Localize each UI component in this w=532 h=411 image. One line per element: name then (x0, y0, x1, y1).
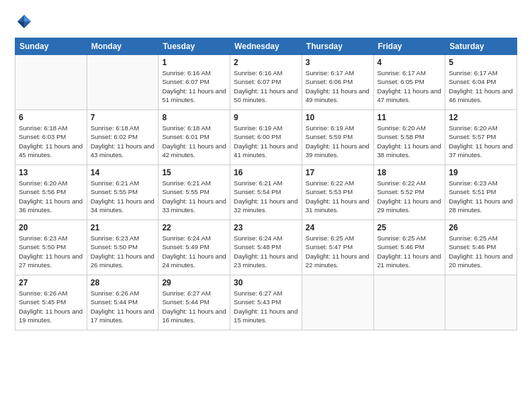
day-info: Sunrise: 6:20 AMSunset: 5:56 PMDaylight:… (19, 179, 83, 214)
day-number: 21 (91, 223, 155, 232)
weekday-wednesday: Wednesday (230, 38, 302, 55)
day-info: Sunrise: 6:19 AMSunset: 6:00 PMDaylight:… (234, 124, 298, 159)
day-info: Sunrise: 6:20 AMSunset: 5:57 PMDaylight:… (449, 124, 513, 159)
page: SundayMondayTuesdayWednesdayThursdayFrid… (0, 0, 532, 411)
day-info: Sunrise: 6:21 AMSunset: 5:55 PMDaylight:… (162, 179, 226, 214)
day-number: 7 (91, 113, 155, 122)
day-number: 5 (449, 58, 513, 67)
calendar-cell: 21Sunrise: 6:23 AMSunset: 5:50 PMDayligh… (87, 220, 159, 275)
calendar-cell: 20Sunrise: 6:23 AMSunset: 5:50 PMDayligh… (15, 220, 87, 275)
day-info: Sunrise: 6:27 AMSunset: 5:43 PMDaylight:… (234, 289, 298, 324)
calendar-cell: 15Sunrise: 6:21 AMSunset: 5:55 PMDayligh… (159, 165, 230, 220)
day-number: 18 (378, 168, 442, 177)
calendar-cell: 28Sunrise: 6:26 AMSunset: 5:44 PMDayligh… (87, 275, 159, 330)
day-number: 13 (19, 168, 83, 177)
calendar-cell: 1Sunrise: 6:16 AMSunset: 6:07 PMDaylight… (159, 55, 230, 110)
day-number: 14 (91, 168, 155, 177)
day-number: 27 (19, 278, 83, 287)
day-number: 11 (378, 113, 442, 122)
calendar-cell (15, 55, 87, 110)
day-number: 2 (234, 58, 298, 67)
day-number: 15 (162, 168, 226, 177)
day-number: 22 (162, 223, 226, 232)
day-info: Sunrise: 6:23 AMSunset: 5:51 PMDaylight:… (449, 179, 513, 214)
calendar-cell: 4Sunrise: 6:17 AMSunset: 6:05 PMDaylight… (373, 55, 445, 110)
day-number: 25 (378, 223, 442, 232)
calendar-cell: 19Sunrise: 6:23 AMSunset: 5:51 PMDayligh… (445, 165, 517, 220)
calendar-cell: 23Sunrise: 6:24 AMSunset: 5:48 PMDayligh… (230, 220, 302, 275)
calendar-cell: 7Sunrise: 6:18 AMSunset: 6:02 PMDaylight… (87, 110, 159, 165)
day-info: Sunrise: 6:18 AMSunset: 6:01 PMDaylight:… (162, 124, 226, 159)
calendar-cell: 5Sunrise: 6:17 AMSunset: 6:04 PMDaylight… (445, 55, 517, 110)
day-number: 24 (306, 223, 370, 232)
day-info: Sunrise: 6:21 AMSunset: 5:55 PMDaylight:… (91, 179, 155, 214)
calendar-cell: 14Sunrise: 6:21 AMSunset: 5:55 PMDayligh… (87, 165, 159, 220)
weekday-header-row: SundayMondayTuesdayWednesdayThursdayFrid… (15, 38, 517, 55)
day-number: 6 (19, 113, 83, 122)
day-info: Sunrise: 6:23 AMSunset: 5:50 PMDaylight:… (19, 234, 83, 269)
calendar-cell: 24Sunrise: 6:25 AMSunset: 5:47 PMDayligh… (302, 220, 373, 275)
day-number: 30 (234, 278, 298, 287)
logo (15, 12, 36, 31)
day-info: Sunrise: 6:21 AMSunset: 5:54 PMDaylight:… (234, 179, 298, 214)
day-number: 3 (306, 58, 370, 67)
day-number: 20 (19, 223, 83, 232)
weekday-friday: Friday (373, 38, 445, 55)
day-info: Sunrise: 6:24 AMSunset: 5:49 PMDaylight:… (162, 234, 226, 269)
day-info: Sunrise: 6:22 AMSunset: 5:52 PMDaylight:… (378, 179, 442, 214)
calendar-cell: 29Sunrise: 6:27 AMSunset: 5:44 PMDayligh… (159, 275, 230, 330)
calendar-cell: 13Sunrise: 6:20 AMSunset: 5:56 PMDayligh… (15, 165, 87, 220)
weekday-tuesday: Tuesday (159, 38, 230, 55)
calendar-cell (445, 275, 517, 330)
day-number: 17 (306, 168, 370, 177)
day-info: Sunrise: 6:27 AMSunset: 5:44 PMDaylight:… (162, 289, 226, 324)
calendar-cell: 27Sunrise: 6:26 AMSunset: 5:45 PMDayligh… (15, 275, 87, 330)
day-info: Sunrise: 6:22 AMSunset: 5:53 PMDaylight:… (306, 179, 370, 214)
calendar-cell (87, 55, 159, 110)
weekday-thursday: Thursday (302, 38, 373, 55)
calendar-cell: 17Sunrise: 6:22 AMSunset: 5:53 PMDayligh… (302, 165, 373, 220)
calendar-cell: 3Sunrise: 6:17 AMSunset: 6:06 PMDaylight… (302, 55, 373, 110)
logo-icon (15, 12, 34, 31)
day-number: 9 (234, 113, 298, 122)
calendar-cell: 12Sunrise: 6:20 AMSunset: 5:57 PMDayligh… (445, 110, 517, 165)
calendar-header: SundayMondayTuesdayWednesdayThursdayFrid… (15, 38, 517, 55)
calendar-cell: 25Sunrise: 6:25 AMSunset: 5:46 PMDayligh… (373, 220, 445, 275)
day-number: 26 (449, 223, 513, 232)
calendar-cell (302, 275, 373, 330)
calendar-cell: 6Sunrise: 6:18 AMSunset: 6:03 PMDaylight… (15, 110, 87, 165)
day-info: Sunrise: 6:19 AMSunset: 5:59 PMDaylight:… (306, 124, 370, 159)
day-info: Sunrise: 6:16 AMSunset: 6:07 PMDaylight:… (162, 68, 226, 104)
day-info: Sunrise: 6:25 AMSunset: 5:47 PMDaylight:… (306, 234, 370, 269)
weekday-saturday: Saturday (445, 38, 517, 55)
calendar-cell: 10Sunrise: 6:19 AMSunset: 5:59 PMDayligh… (302, 110, 373, 165)
header (15, 12, 517, 31)
calendar-cell (373, 275, 445, 330)
svg-marker-2 (17, 21, 24, 28)
day-info: Sunrise: 6:26 AMSunset: 5:45 PMDaylight:… (19, 289, 83, 324)
week-row-4: 20Sunrise: 6:23 AMSunset: 5:50 PMDayligh… (15, 220, 517, 275)
day-number: 28 (91, 278, 155, 287)
day-info: Sunrise: 6:25 AMSunset: 5:46 PMDaylight:… (449, 234, 513, 269)
day-info: Sunrise: 6:23 AMSunset: 5:50 PMDaylight:… (91, 234, 155, 269)
day-number: 8 (162, 113, 226, 122)
calendar-cell: 30Sunrise: 6:27 AMSunset: 5:43 PMDayligh… (230, 275, 302, 330)
day-info: Sunrise: 6:17 AMSunset: 6:04 PMDaylight:… (449, 68, 513, 104)
day-number: 19 (449, 168, 513, 177)
day-info: Sunrise: 6:18 AMSunset: 6:03 PMDaylight:… (19, 124, 83, 159)
day-info: Sunrise: 6:16 AMSunset: 6:07 PMDaylight:… (234, 68, 298, 104)
day-info: Sunrise: 6:17 AMSunset: 6:06 PMDaylight:… (306, 68, 370, 104)
calendar-cell: 26Sunrise: 6:25 AMSunset: 5:46 PMDayligh… (445, 220, 517, 275)
calendar-cell: 2Sunrise: 6:16 AMSunset: 6:07 PMDaylight… (230, 55, 302, 110)
calendar-body: 1Sunrise: 6:16 AMSunset: 6:07 PMDaylight… (15, 55, 517, 330)
day-info: Sunrise: 6:18 AMSunset: 6:02 PMDaylight:… (91, 124, 155, 159)
day-number: 4 (378, 58, 442, 67)
day-number: 12 (449, 113, 513, 122)
calendar-cell: 18Sunrise: 6:22 AMSunset: 5:52 PMDayligh… (373, 165, 445, 220)
day-number: 16 (234, 168, 298, 177)
day-number: 29 (162, 278, 226, 287)
svg-marker-1 (24, 15, 31, 21)
week-row-1: 1Sunrise: 6:16 AMSunset: 6:07 PMDaylight… (15, 55, 517, 110)
calendar-cell: 22Sunrise: 6:24 AMSunset: 5:49 PMDayligh… (159, 220, 230, 275)
day-info: Sunrise: 6:24 AMSunset: 5:48 PMDaylight:… (234, 234, 298, 269)
